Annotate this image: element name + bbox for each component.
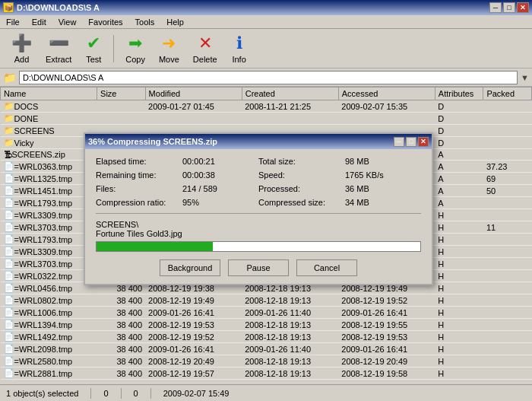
table-row[interactable]: 📄=WRL0802.tmp 38 400 2008-12-19 19:49 20… <box>1 294 532 307</box>
move-icon: ➜ <box>162 33 176 53</box>
folder-icon: 📁 <box>4 113 14 123</box>
compressed-size-field: Compressed size: 34 MB <box>258 198 421 207</box>
table-row[interactable]: 📄=WRL1394.tmp 38 400 2008-12-19 19:53 20… <box>1 319 532 331</box>
file-icon: 🗜 <box>4 150 12 159</box>
address-dropdown-arrow[interactable]: ▼ <box>521 73 529 82</box>
cancel-button[interactable]: Cancel <box>296 259 357 276</box>
status-bar: 1 object(s) selected 0 0 2009-02-07 15:4… <box>0 384 532 401</box>
status-datetime: 2009-02-07 15:49 <box>163 389 230 398</box>
dialog-maximize-button[interactable]: □ <box>406 137 416 147</box>
toolbar-separator-1 <box>113 35 114 62</box>
status-selected: 1 object(s) selected <box>6 389 78 398</box>
delete-button[interactable]: ✕ Delete <box>188 31 223 66</box>
dialog-separator <box>96 213 421 214</box>
menu-help[interactable]: Help <box>163 15 187 28</box>
test-button[interactable]: ✔ Test <box>80 31 107 66</box>
speed-label: Speed: <box>258 170 342 180</box>
copy-label: Copy <box>125 55 145 64</box>
col-header-name[interactable]: Name <box>1 88 97 100</box>
copy-button[interactable]: ➡ Copy <box>120 31 150 66</box>
file-icon: 📄 <box>4 222 14 232</box>
compression-value: 95% <box>182 198 199 207</box>
table-row[interactable]: 📁DONE D <box>1 113 532 125</box>
file-icon: 📄 <box>4 234 14 244</box>
compressed-label: Compressed size: <box>258 198 342 207</box>
delete-icon: ✕ <box>198 33 212 53</box>
speed-field: Speed: 1765 KB/s <box>258 170 421 180</box>
menu-edit[interactable]: Edit <box>29 15 49 28</box>
col-header-attributes[interactable]: Attributes <box>435 88 483 100</box>
minimize-button[interactable]: ─ <box>489 2 502 13</box>
table-row[interactable]: 📄=WRL2580.tmp 38 400 2008-12-19 20:49 20… <box>1 355 532 368</box>
table-row[interactable]: 📄=WRL2881.tmp 38 400 2008-12-19 19:57 20… <box>1 368 532 380</box>
add-button[interactable]: ➕ Add <box>6 31 37 66</box>
file-icon: 📄 <box>4 210 14 220</box>
files-value: 214 / 589 <box>182 184 217 193</box>
main-content: Name Size Modified Created Accessed Attr… <box>0 87 532 384</box>
folder-icon: 📁 <box>4 101 14 111</box>
col-header-packed[interactable]: Packed <box>483 88 532 100</box>
info-button[interactable]: ℹ Info <box>226 31 253 66</box>
test-label: Test <box>86 55 101 64</box>
compression-field: Compression ratio: 95% <box>96 198 258 207</box>
title-bar-left: 📦 D:\DOWNLOADS\S A <box>3 2 100 13</box>
file-icon: 📄 <box>4 259 14 269</box>
status-sep-1 <box>90 388 91 399</box>
app-icon: 📦 <box>3 2 14 13</box>
folder-icon: 📁 <box>4 126 14 135</box>
add-icon: ➕ <box>11 33 32 53</box>
dialog-current-path: SCREENS\ Fortune Tiles Gold3.jpg <box>96 220 421 238</box>
total-size-field: Total size: 98 MB <box>258 157 421 166</box>
menu-tools[interactable]: Tools <box>132 15 158 28</box>
move-button[interactable]: ➜ Move <box>154 31 185 66</box>
menu-file[interactable]: File <box>3 15 23 28</box>
file-icon: 📄 <box>4 368 14 378</box>
remaining-label: Remaining time: <box>96 170 179 180</box>
dialog-minimize-button[interactable]: ─ <box>394 137 404 147</box>
table-row[interactable]: 📄=WRL1006.tmp 38 400 2009-01-26 16:41 20… <box>1 307 532 319</box>
col-header-modified[interactable]: Modified <box>145 88 242 100</box>
address-input[interactable] <box>19 71 518 84</box>
dialog-title-bar: 36% Compressing SCREENS.zip ─ □ ✕ <box>85 134 432 149</box>
menu-view[interactable]: View <box>55 15 80 28</box>
processed-label: Processed: <box>258 184 342 193</box>
extract-button[interactable]: ➖ Extract <box>40 31 77 66</box>
table-row[interactable]: 📄=WRL2098.tmp 38 400 2009-01-26 16:41 20… <box>1 343 532 355</box>
col-header-size[interactable]: Size <box>97 88 146 100</box>
files-field: Files: 214 / 589 <box>96 184 258 193</box>
extract-label: Extract <box>46 55 71 64</box>
file-icon: 📄 <box>4 173 14 183</box>
file-icon: 📄 <box>4 247 14 256</box>
pause-button[interactable]: Pause <box>228 259 289 276</box>
status-sep-3 <box>150 388 151 399</box>
status-packed: 0 <box>134 389 138 398</box>
file-icon: 📄 <box>4 161 14 171</box>
maximize-button[interactable]: □ <box>503 2 515 13</box>
table-row[interactable]: 📄=WRL1492.tmp 38 400 2008-12-19 19:52 20… <box>1 331 532 343</box>
dialog-buttons: Background Pause Cancel <box>96 259 421 276</box>
title-bar: 📦 D:\DOWNLOADS\S A ─ □ ✕ <box>0 0 532 15</box>
background-button[interactable]: Background <box>160 259 220 276</box>
dialog-close-button[interactable]: ✕ <box>418 137 429 147</box>
close-button[interactable]: ✕ <box>517 2 529 13</box>
file-icon: 📄 <box>4 320 14 329</box>
copy-icon: ➡ <box>128 33 142 53</box>
toolbar: ➕ Add ➖ Extract ✔ Test ➡ Copy ➜ Move ✕ D… <box>0 29 532 68</box>
test-icon: ✔ <box>87 33 100 53</box>
files-label: Files: <box>96 184 179 193</box>
speed-value: 1765 KB/s <box>345 170 384 180</box>
elapsed-label: Elapsed time: <box>96 157 179 166</box>
dialog-title: 36% Compressing SCREENS.zip <box>88 137 217 146</box>
file-icon: 📄 <box>4 344 14 354</box>
progress-bar-inner <box>97 242 213 251</box>
menu-favorites[interactable]: Favorites <box>85 15 125 28</box>
remaining-field: Remaining time: 00:00:38 <box>96 170 258 180</box>
col-header-created[interactable]: Created <box>242 88 338 100</box>
compression-label: Compression ratio: <box>96 198 179 207</box>
title-bar-buttons: ─ □ ✕ <box>489 2 529 13</box>
col-header-accessed[interactable]: Accessed <box>338 88 435 100</box>
table-row[interactable]: 📁DOCS 2009-01-27 01:45 2008-11-21 21:25 … <box>1 100 532 113</box>
processed-value: 36 MB <box>345 184 369 193</box>
folder-icon: 📁 <box>3 72 16 84</box>
dialog-title-buttons: ─ □ ✕ <box>394 137 429 147</box>
